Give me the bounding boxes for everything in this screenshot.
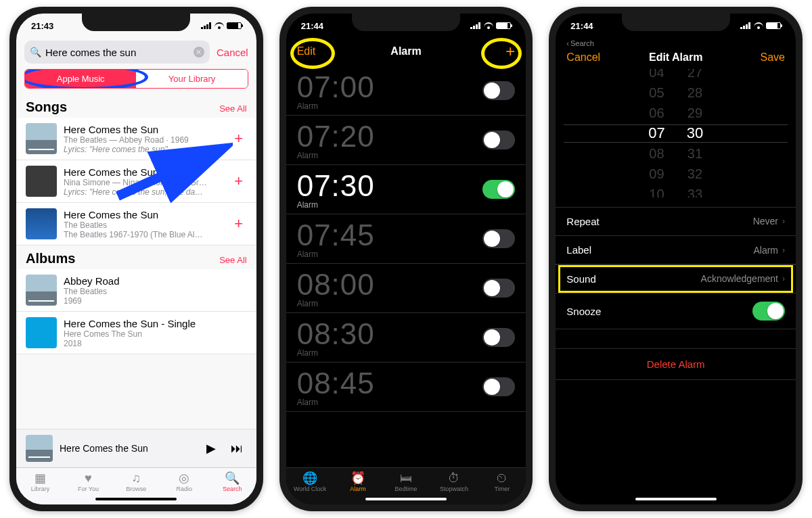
library-icon: ▦ [35,472,46,484]
play-icon[interactable]: ▶ [202,441,220,456]
album-row[interactable]: Abbey Road The Beatles 1969 [16,269,256,312]
nav-title: Alarm [286,45,526,57]
cancel-button[interactable]: Cancel [566,51,600,64]
alarm-row[interactable]: 08:30Alarm [286,313,526,362]
tab-search[interactable]: 🔍Search [208,468,256,504]
song-lyric: Lyrics: "Here comes the sun, little da… [64,187,224,197]
alarm-toggle[interactable] [482,328,515,347]
alarm-toggle[interactable] [482,377,515,396]
search-input[interactable]: 🔍 Here comes the sun ✕ [24,41,210,64]
cancel-button[interactable]: Cancel [217,47,248,58]
album-row[interactable]: Here Comes the Sun - Single Here Comes T… [16,312,256,354]
save-button[interactable]: Save [761,51,785,64]
nav-bar: Edit Alarm + [286,38,526,66]
label-row[interactable]: Label Alarm› [556,235,796,264]
snooze-toggle[interactable] [752,302,785,321]
album-year: 1969 [64,296,247,306]
song-row[interactable]: Here Comes the Sun The Beatles The Beatl… [16,203,256,245]
chevron-right-icon: › [782,274,785,283]
see-all-songs[interactable]: See All [219,103,246,114]
album-art [26,275,57,306]
alarm-settings: Repeat Never› Label Alarm› Sound Acknowl… [556,207,796,329]
battery-icon [227,22,242,29]
signal-icon [470,22,481,29]
song-lyric: Lyrics: "Here comes the sun" [64,145,224,154]
seg-your-library[interactable]: Your Library [136,70,247,88]
album-art [26,317,57,348]
notch [352,14,460,31]
add-button[interactable]: + [231,172,247,190]
alarm-toggle[interactable] [482,131,515,149]
tab-world-clock[interactable]: 🌐World Clock [286,468,334,504]
home-indicator[interactable] [635,498,717,500]
signal-icon [740,22,751,29]
alarm-toggle[interactable] [482,229,515,248]
album-year: 2018 [64,339,247,348]
phone-music: 21:43 🔍 Here comes the sun ✕ Cancel Appl… [9,7,263,511]
seg-apple-music[interactable]: Apple Music [25,70,136,88]
alarm-toggle[interactable] [482,180,515,199]
wifi-icon [754,22,763,29]
phone-alarm-list: 21:44 Edit Alarm + 07:00Alarm 07:20Alarm… [279,7,533,511]
home-indicator[interactable] [365,498,447,500]
search-icon: 🔍 [225,472,240,484]
minute-column[interactable]: 27 28 29 30 31 32 33 [687,69,703,197]
radio-icon: ◎ [179,472,189,484]
status-time: 21:43 [31,21,53,31]
wifi-icon [484,22,493,29]
album-art [26,166,57,197]
hour-column[interactable]: 04 05 06 07 08 09 10 [648,69,664,197]
edit-button[interactable]: Edit [297,45,316,57]
back-breadcrumb[interactable]: ‹Search [556,38,796,47]
chevron-right-icon: › [782,245,785,255]
album-art [26,123,57,154]
timer-icon: ⏲ [496,472,508,484]
home-indicator[interactable] [95,498,177,500]
snooze-row[interactable]: Snooze [556,293,796,329]
now-playing-bar[interactable]: Here Comes the Sun ▶ ⏭ [16,429,256,467]
battery-icon [766,22,781,29]
signal-icon [201,22,212,29]
globe-icon: 🌐 [302,472,317,484]
sound-row[interactable]: Sound Acknowledgement› [556,264,796,293]
tab-timer[interactable]: ⏲Timer [478,468,526,504]
album-subtitle: Here Comes The Sun [64,329,247,339]
add-button[interactable]: + [231,130,247,147]
album-title: Here Comes the Sun - Single [64,318,247,329]
repeat-row[interactable]: Repeat Never› [556,207,796,236]
song-row[interactable]: Here Comes the Sun Nina Simone — Nina Si… [16,160,256,203]
segmented-control[interactable]: Apple Music Your Library [24,69,248,89]
alarm-toggle[interactable] [482,279,515,298]
nav-bar: Cancel Edit Alarm Save [556,47,796,69]
alarm-icon: ⏰ [351,472,365,484]
alarm-row[interactable]: 07:30Alarm [286,165,526,214]
time-picker[interactable]: 04 05 06 07 08 09 10 27 28 29 30 31 32 3… [556,69,796,197]
alarm-row[interactable]: 07:00Alarm [286,66,526,116]
song-lyric: The Beatles 1967-1970 (The Blue Al… [64,230,224,239]
song-row[interactable]: Here Comes the Sun The Beatles — Abbey R… [16,118,256,160]
alarm-toggle[interactable] [482,81,515,100]
alarm-list[interactable]: 07:00Alarm 07:20Alarm 07:30Alarm 07:45Al… [286,66,526,467]
alarm-row[interactable]: 08:45Alarm [286,362,526,412]
add-button[interactable]: + [231,215,247,233]
alarm-row[interactable]: 07:45Alarm [286,214,526,264]
status-time: 21:44 [301,21,323,31]
alarm-row[interactable]: 08:00Alarm [286,264,526,313]
add-alarm-button[interactable]: + [505,42,515,61]
chevron-right-icon: › [782,216,785,226]
notch [622,14,730,31]
search-icon: 🔍 [30,47,41,57]
song-title: Here Comes the Sun [64,124,224,135]
song-title: Here Comes the Sun [64,166,224,178]
alarm-row[interactable]: 07:20Alarm [286,116,526,165]
forward-icon[interactable]: ⏭ [227,442,247,456]
song-subtitle: Nina Simone — Nina Simone: The Gr… [64,178,224,187]
delete-alarm-button[interactable]: Delete Alarm [556,348,796,380]
see-all-albums[interactable]: See All [219,255,246,265]
album-subtitle: The Beatles [64,287,247,296]
heart-icon: ♥ [85,472,92,484]
songs-header: Songs [26,99,67,115]
clear-icon[interactable]: ✕ [194,47,204,57]
tab-library[interactable]: ▦Library [16,468,64,504]
wifi-icon [215,22,224,29]
